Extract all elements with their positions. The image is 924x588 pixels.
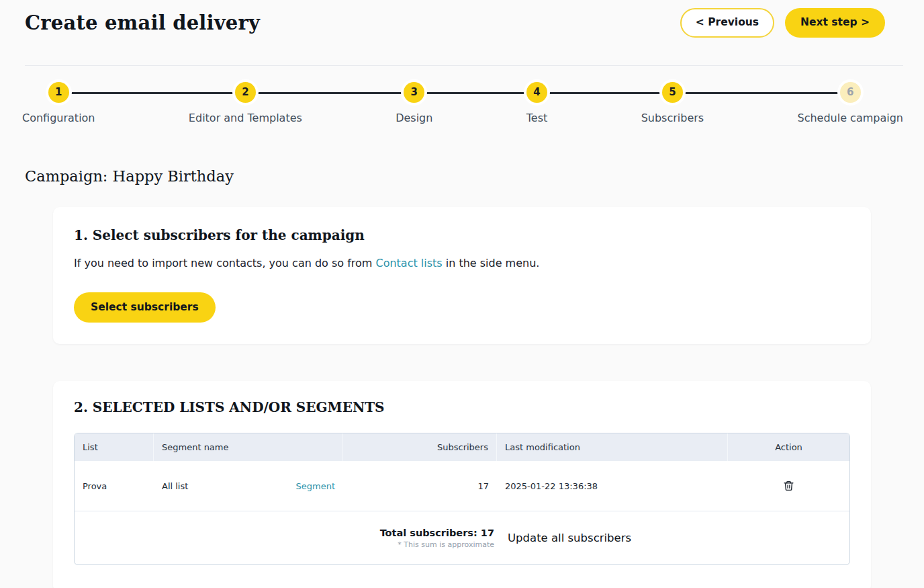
contact-lists-link[interactable]: Contact lists (375, 257, 442, 269)
trash-icon (783, 480, 794, 492)
column-header-action: Action (728, 433, 849, 461)
select-card-heading: 1. Select subscribers for the campaign (74, 227, 850, 243)
segment-name-value: All list (162, 481, 188, 491)
description-text-after: in the side menu. (443, 257, 540, 269)
step-label: Subscribers (641, 112, 704, 124)
column-header-list: List (75, 433, 154, 461)
table-footer-row: Total subscribers: 17 * This sum is appr… (75, 511, 849, 564)
step-circle: 3 (404, 82, 424, 103)
step-label: Design (396, 112, 432, 124)
step-circle: 6 (840, 82, 861, 103)
select-card-description: If you need to import new contacts, you … (74, 257, 850, 269)
step-test[interactable]: 4 Test (526, 82, 548, 124)
select-subscribers-button[interactable]: Select subscribers (74, 292, 216, 323)
segment-name-cell: All list Segment (154, 481, 343, 491)
segments-table: List Segment name Subscribers Last modif… (74, 433, 850, 565)
last-modification-cell: 2025-01-22 13:36:38 (497, 481, 728, 491)
previous-button[interactable]: < Previous (680, 8, 774, 38)
header-actions: < Previous Next step > (680, 8, 885, 38)
total-subscribers-label: Total subscribers: 17 (75, 528, 494, 538)
table-row: Prova All list Segment 17 2025-01-22 13:… (75, 461, 849, 511)
delete-row-button[interactable] (780, 477, 797, 495)
segment-link[interactable]: Segment (296, 481, 336, 491)
step-circle: 2 (235, 82, 256, 103)
table-header-row: List Segment name Subscribers Last modif… (75, 433, 849, 461)
column-header-last-modification: Last modification (497, 433, 728, 461)
select-subscribers-card: 1. Select subscribers for the campaign I… (53, 207, 871, 345)
step-schedule-campaign[interactable]: 6 Schedule campaign (798, 82, 904, 124)
step-label: Schedule campaign (798, 112, 904, 124)
step-configuration[interactable]: 1 Configuration (22, 82, 95, 124)
step-circle: 5 (662, 82, 683, 103)
step-design[interactable]: 3 Design (396, 82, 432, 124)
stepper-steps: 1 Configuration 2 Editor and Templates 3… (22, 82, 903, 124)
step-label: Test (526, 112, 548, 124)
step-subscribers[interactable]: 5 Subscribers (641, 82, 704, 124)
column-header-subscribers: Subscribers (343, 433, 497, 461)
next-step-button[interactable]: Next step > (785, 8, 885, 38)
selected-segments-card: 2. SELECTED LISTS AND/OR SEGMENTS List S… (53, 381, 871, 588)
step-label: Editor and Templates (189, 112, 302, 124)
page-header: Create email delivery < Previous Next st… (0, 0, 924, 38)
description-text-before: If you need to import new contacts, you … (74, 257, 375, 269)
column-header-segment-name: Segment name (154, 433, 343, 461)
total-subscribers-block: Total subscribers: 17 * This sum is appr… (75, 528, 497, 549)
step-circle: 4 (526, 82, 547, 103)
step-editor-and-templates[interactable]: 2 Editor and Templates (189, 82, 302, 124)
approximate-sum-note: * This sum is approximate (75, 540, 494, 549)
list-cell: Prova (75, 481, 154, 491)
wizard-stepper: 1 Configuration 2 Editor and Templates 3… (22, 82, 903, 124)
page-title: Create email delivery (25, 9, 260, 37)
action-cell (728, 477, 849, 495)
header-divider (25, 65, 903, 66)
update-all-subscribers-button[interactable]: Update all subscribers (497, 532, 849, 544)
campaign-heading: Campaign: Happy Birthday (25, 167, 899, 185)
subscribers-cell: 17 (343, 481, 497, 491)
step-label: Configuration (22, 112, 95, 124)
segments-card-heading: 2. SELECTED LISTS AND/OR SEGMENTS (74, 399, 850, 415)
step-circle: 1 (48, 82, 69, 103)
